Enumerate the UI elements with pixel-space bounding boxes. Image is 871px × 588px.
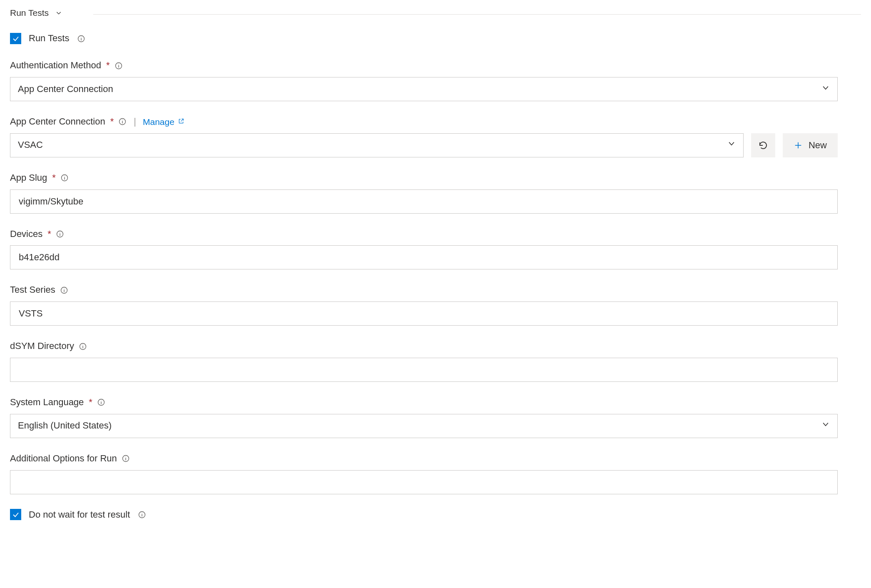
svg-point-26 [101,401,101,401]
external-link-icon [178,118,185,125]
chevron-down-icon [727,139,736,152]
field-test-series: Test Series [10,284,838,326]
devices-input[interactable] [18,245,830,269]
app-center-connection-label: App Center Connection [10,115,105,128]
chevron-down-icon [821,419,830,432]
svg-point-29 [125,456,126,457]
section-divider [93,14,861,15]
required-marker: * [106,59,110,72]
info-icon[interactable] [77,34,86,43]
svg-point-17 [60,232,60,232]
svg-point-5 [118,64,119,64]
manage-link[interactable]: Manage [143,116,185,128]
app-center-connection-select[interactable]: VSAC [10,133,744,157]
svg-point-14 [64,176,65,177]
system-language-select[interactable]: English (United States) [10,414,838,438]
auth-method-select[interactable]: App Center Connection [10,77,838,101]
svg-point-23 [83,344,83,345]
field-system-language: System Language * English (United States… [10,396,838,438]
additional-options-input-wrapper [10,470,838,494]
field-app-center-connection: App Center Connection * | Manage VSAC Ne [10,115,838,157]
info-icon[interactable] [114,61,123,70]
devices-label: Devices [10,228,42,241]
svg-point-8 [122,120,123,120]
required-marker: * [110,115,114,128]
section-title: Run Tests [10,7,49,19]
field-dsym-directory: dSYM Directory [10,340,838,382]
field-additional-options: Additional Options for Run [10,452,838,494]
test-series-label: Test Series [10,284,55,296]
info-icon[interactable] [137,510,147,519]
chevron-down-icon [821,83,830,96]
system-language-label: System Language [10,396,84,409]
info-icon[interactable] [60,173,69,182]
app-slug-input[interactable] [18,189,830,214]
plus-icon [794,141,803,150]
devices-input-wrapper [10,245,838,269]
run-tests-checkbox[interactable] [10,33,21,44]
info-icon[interactable] [55,229,65,239]
section-header[interactable]: Run Tests [10,5,861,23]
chevron-up-icon [55,9,63,17]
system-language-value: English (United States) [18,419,816,432]
run-tests-checkbox-row: Run Tests [10,32,861,45]
manage-link-label: Manage [143,116,174,128]
dsym-directory-input[interactable] [18,358,830,382]
auth-method-label: Authentication Method [10,59,101,72]
run-tests-label: Run Tests [29,32,69,45]
field-app-slug: App Slug * [10,172,838,214]
info-icon[interactable] [121,454,130,463]
svg-point-2 [81,37,82,37]
refresh-button[interactable] [751,133,775,157]
required-marker: * [89,396,92,409]
info-icon[interactable] [78,342,87,351]
info-icon[interactable] [118,117,127,126]
test-series-input-wrapper [10,301,838,326]
required-marker: * [47,228,51,241]
do-not-wait-label: Do not wait for test result [29,508,130,521]
info-icon[interactable] [60,286,69,295]
field-authentication-method: Authentication Method * App Center Conne… [10,59,838,101]
svg-line-9 [181,119,183,122]
additional-options-input[interactable] [18,470,830,494]
do-not-wait-checkbox[interactable] [10,509,21,520]
test-series-input[interactable] [18,301,830,326]
svg-point-20 [64,288,64,289]
required-marker: * [52,172,56,184]
label-separator: | [134,115,136,128]
svg-point-32 [142,513,142,513]
auth-method-value: App Center Connection [18,83,816,96]
field-devices: Devices * [10,228,838,270]
dsym-directory-input-wrapper [10,358,838,382]
additional-options-label: Additional Options for Run [10,452,117,465]
app-center-connection-value: VSAC [18,139,722,152]
info-icon[interactable] [97,398,106,407]
app-slug-input-wrapper [10,189,838,214]
dsym-directory-label: dSYM Directory [10,340,74,353]
new-connection-button[interactable]: New [783,133,838,157]
app-slug-label: App Slug [10,172,47,184]
do-not-wait-row: Do not wait for test result [10,508,861,521]
new-connection-label: New [809,140,827,151]
